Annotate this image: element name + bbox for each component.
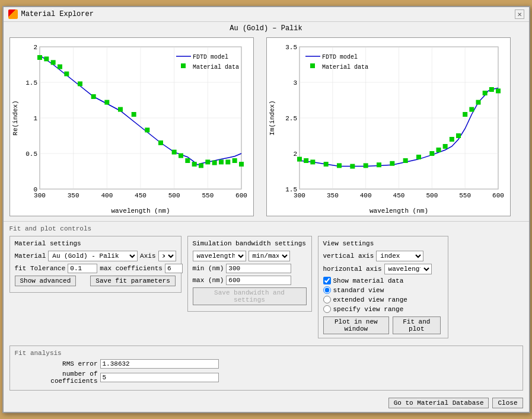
wavelength-select[interactable]: wavelength — [193, 251, 246, 261]
view-settings-panel: View settings vertical axis index horizo… — [318, 236, 448, 338]
horizontal-axis-label: horizontal axis — [323, 266, 382, 273]
view-panel-title: View settings — [323, 240, 443, 247]
extended-view-label: extended view range — [333, 296, 407, 303]
fit-tolerance-input[interactable]: 0.1 — [68, 264, 97, 273]
fit-and-plot-button[interactable]: Fit and plot — [393, 316, 440, 334]
material-label: Material — [15, 252, 46, 260]
horizontal-axis-row: horizontal axis wavelength — [323, 264, 443, 274]
controls-area: Fit and plot controls Material settings … — [4, 221, 529, 342]
min-input[interactable]: 300 — [226, 264, 291, 273]
left-chart — [9, 37, 254, 216]
vertical-axis-label: vertical axis — [323, 252, 374, 260]
app-title: Au (Gold) – Palik — [4, 22, 529, 35]
minmax-select[interactable]: min/max — [249, 251, 290, 261]
title-bar: Material Explorer ✕ — [4, 7, 529, 22]
rms-value: 1.38632 — [100, 359, 219, 369]
charts-row — [4, 35, 529, 221]
show-material-label: Show material data — [333, 277, 404, 284]
axis-label: Axis — [140, 252, 155, 260]
fit-analysis-panel: Fit analysis RMS error 1.38632 number of… — [9, 346, 523, 391]
show-advanced-button[interactable]: Show advanced — [15, 276, 77, 286]
fit-tolerance-label: fit Tolerance — [15, 265, 66, 272]
save-bandwidth-row: Save bandwidth and settings — [193, 287, 307, 305]
specify-view-row: specify view range — [323, 305, 443, 313]
controls-title: Fit and plot controls — [9, 225, 523, 232]
bandwidth-type-row: wavelength min/max — [193, 251, 307, 261]
close-button[interactable]: Close — [492, 398, 523, 408]
save-fit-button[interactable]: Save fit parameters — [90, 276, 175, 286]
standard-view-radio[interactable] — [323, 286, 331, 294]
max-input[interactable]: 600 — [226, 276, 291, 285]
controls-row: Material settings Material Au (Gold) - P… — [9, 236, 523, 338]
advanced-row: Show advanced Save fit parameters — [15, 276, 176, 286]
material-panel-title: Material settings — [15, 240, 176, 247]
material-row: Material Au (Gold) - Palik Axis x — [15, 251, 176, 261]
right-chart — [266, 37, 511, 216]
goto-db-button[interactable]: Go to Material Database — [388, 398, 489, 408]
specify-view-radio[interactable] — [323, 305, 331, 313]
min-label: min (nm) — [193, 265, 224, 272]
min-row: min (nm) 300 — [193, 264, 307, 273]
save-bandwidth-button[interactable]: Save bandwidth and settings — [193, 287, 307, 305]
max-coeff-label: max coefficients — [100, 265, 163, 272]
max-label: max (nm) — [193, 277, 224, 284]
footer-row: Go to Material Database Close — [4, 394, 529, 412]
fit-analysis-title: Fit analysis — [15, 350, 518, 357]
bandwidth-panel-title: Simulation bandwidth settings — [193, 240, 307, 247]
max-row: max (nm) 600 — [193, 276, 307, 285]
title-bar-left: Material Explorer — [8, 9, 94, 19]
specify-view-label: specify view range — [333, 306, 404, 313]
window-close-button[interactable]: ✕ — [515, 9, 524, 19]
coefficients-label: number of coefficients — [15, 370, 98, 385]
max-coeff-input[interactable]: 6 — [165, 264, 183, 273]
bottom-buttons: Plot in new window Fit and plot — [323, 316, 443, 334]
material-settings-panel: Material settings Material Au (Gold) - P… — [9, 236, 181, 293]
vertical-axis-row: vertical axis index — [323, 251, 443, 261]
bandwidth-settings-panel: Simulation bandwidth settings wavelength… — [187, 236, 312, 312]
standard-view-label: standard view — [333, 287, 384, 294]
rms-label: RMS error — [15, 360, 98, 367]
main-window: Material Explorer ✕ Au (Gold) – Palik Fi… — [2, 6, 530, 413]
coefficients-row: number of coefficients 5 — [15, 370, 518, 385]
fit-tolerance-row: fit Tolerance 0.1 max coefficients 6 — [15, 264, 176, 273]
extended-view-radio[interactable] — [323, 296, 331, 303]
right-chart-container — [266, 37, 523, 219]
material-select[interactable]: Au (Gold) - Palik — [48, 251, 138, 261]
extended-view-row: extended view range — [323, 296, 443, 303]
horizontal-axis-select[interactable]: wavelength — [384, 264, 432, 274]
coefficients-value: 5 — [100, 373, 219, 382]
axis-select[interactable]: x — [158, 251, 176, 261]
plot-new-window-button[interactable]: Plot in new window — [323, 316, 390, 334]
matlab-logo-icon — [8, 9, 18, 19]
show-material-checkbox[interactable] — [323, 277, 331, 284]
vertical-axis-select[interactable]: index — [376, 251, 423, 261]
rms-row: RMS error 1.38632 — [15, 359, 518, 369]
standard-view-row: standard view — [323, 286, 443, 294]
show-material-row: Show material data — [323, 277, 443, 284]
left-chart-container — [9, 37, 266, 219]
window-title: Material Explorer — [21, 10, 94, 18]
